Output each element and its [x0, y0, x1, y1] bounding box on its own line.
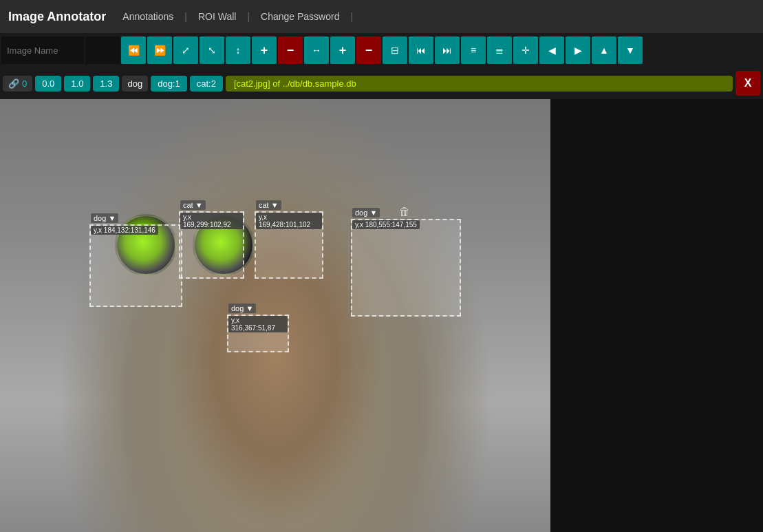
- top-nav: Image Annotator Annotations | ROI Wall |…: [0, 0, 763, 33]
- updown-button[interactable]: ↕: [226, 36, 250, 64]
- link-count: 0: [22, 78, 27, 89]
- move-button[interactable]: ✛: [513, 36, 538, 64]
- trash-icon[interactable]: 🗑: [399, 206, 410, 218]
- index-input[interactable]: indx: [85, 36, 120, 64]
- shrink-button[interactable]: ⤡: [200, 36, 224, 64]
- ann-coords-dog1: y,x 184,132:131,146: [91, 226, 158, 235]
- zoom-in2-button[interactable]: +: [330, 36, 355, 64]
- class-label: dog: [122, 76, 148, 92]
- x-button[interactable]: X: [735, 71, 760, 96]
- toolbar-row2: 🔗 0 0.0 1.0 1.3 dog dog:1 cat:2 [cat2.jp…: [0, 67, 763, 99]
- annotation-box-dog3[interactable]: dog ▼ y,x 316,367:51,87: [227, 315, 289, 352]
- nav-change-password[interactable]: Change Password: [261, 11, 339, 22]
- link-icon: 🔗: [8, 78, 19, 89]
- arrow-right-button[interactable]: ▶: [566, 36, 590, 64]
- nav-roi-wall[interactable]: ROI Wall: [198, 11, 236, 22]
- zoom-out-button[interactable]: −: [278, 36, 303, 64]
- expand-button[interactable]: ⤢: [173, 36, 198, 64]
- bar-button[interactable]: ⊟: [383, 36, 407, 64]
- ann-coords-dog3: y,x 316,367:51,87: [228, 316, 288, 332]
- num-badge-0[interactable]: 0.0: [35, 76, 61, 92]
- nav-sep-3: |: [350, 11, 353, 22]
- zoom-out2-button[interactable]: −: [356, 36, 381, 64]
- ann-coords-cat1: y,x 169,299:102,92: [180, 213, 243, 229]
- skip-end-button[interactable]: ⏭: [435, 36, 460, 64]
- image-canvas[interactable]: 🗑 dog ▼ y,x 184,132:131,146 cat ▼ y,x 16…: [0, 99, 550, 532]
- image-name-input[interactable]: [1, 36, 84, 64]
- align-center-button[interactable]: ≡: [461, 36, 486, 64]
- file-info: [cat2.jpg] of ../db/db.sample.db: [226, 76, 733, 92]
- ann-label-dog1: dog ▼: [91, 213, 118, 223]
- nav-annotations[interactable]: Annotations: [122, 11, 173, 22]
- next-next-button[interactable]: ⏩: [147, 36, 172, 64]
- num-badge-2[interactable]: 1.3: [93, 76, 119, 92]
- num-badge-1[interactable]: 1.0: [64, 76, 90, 92]
- skip-start-button[interactable]: ⏮: [409, 36, 433, 64]
- ann-coords-cat2: y,x 169,428:101,102: [256, 213, 322, 229]
- app-title: Image Annotator: [8, 10, 106, 24]
- ann-label-cat2: cat ▼: [256, 200, 281, 210]
- zoom-in-button[interactable]: +: [252, 36, 277, 64]
- arrow-down-button[interactable]: ▼: [618, 36, 643, 64]
- arrow-left-button[interactable]: ◀: [539, 36, 564, 64]
- class-dog[interactable]: dog:1: [151, 76, 187, 92]
- class-cat[interactable]: cat:2: [190, 76, 223, 92]
- right-panel: [550, 99, 763, 532]
- nav-sep-1: |: [184, 11, 187, 22]
- annotation-box-dog1[interactable]: dog ▼ y,x 184,132:131,146: [89, 224, 182, 307]
- annotation-box-cat2[interactable]: cat ▼ y,x 169,428:101,102: [255, 211, 323, 279]
- prev-prev-button[interactable]: ⏪: [121, 36, 146, 64]
- annotation-box-dog2[interactable]: dog ▼ y,x 180,555:147,155: [351, 219, 461, 317]
- ann-label-dog3: dog ▼: [228, 304, 256, 313]
- arrow-up-button[interactable]: ▲: [592, 36, 616, 64]
- toolbar-row1: indx ⏪ ⏩ ⤢ ⤡ ↕ + − ↔ + − ⊟ ⏮ ⏭ ≡ ≣ ✛ ◀ ▶…: [0, 33, 763, 67]
- swap-h-button[interactable]: ↔: [304, 36, 329, 64]
- annotation-box-cat1[interactable]: cat ▼ y,x 169,299:102,92: [179, 211, 244, 279]
- ann-label-cat1: cat ▼: [180, 200, 206, 210]
- link-badge: 🔗 0: [3, 76, 32, 92]
- ann-label-dog2: dog ▼: [352, 208, 380, 217]
- nav-sep-2: |: [247, 11, 250, 22]
- ann-coords-dog2: y,x 180,555:147,155: [352, 220, 420, 229]
- canvas-area: 🗑 dog ▼ y,x 184,132:131,146 cat ▼ y,x 16…: [0, 99, 763, 532]
- align-spread-button[interactable]: ≣: [487, 36, 512, 64]
- nav-btn-group: ⏪ ⏩ ⤢ ⤡ ↕ + − ↔ + − ⊟ ⏮ ⏭ ≡ ≣ ✛ ◀ ▶ ▲ ▼: [121, 36, 643, 64]
